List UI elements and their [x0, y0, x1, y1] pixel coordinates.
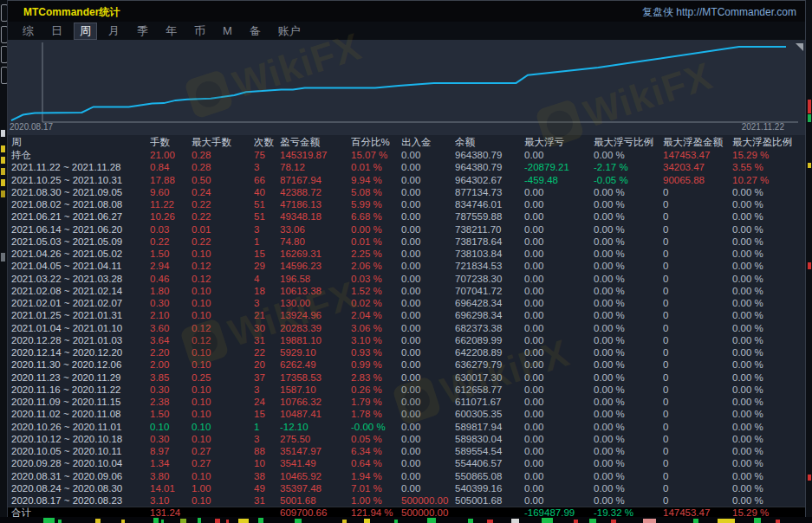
- cell: 0.00: [401, 309, 455, 321]
- cell: 0.00 %: [732, 358, 805, 371]
- table-row[interactable]: 2021.02.08 ~ 2021.02.141.800.101810613.3…: [8, 285, 805, 297]
- column-header: 次数: [254, 135, 280, 149]
- table-row[interactable]: 2020.11.16 ~ 2020.11.220.300.1031587.100…: [8, 384, 805, 396]
- table-row[interactable]: 持仓21.000.2875145319.8715.07 %0.00964380.…: [8, 149, 805, 161]
- table-row[interactable]: 2020.11.02 ~ 2020.11.081.500.101510487.4…: [8, 408, 805, 420]
- background-candle-mark: [611, 520, 616, 523]
- cell: 121.94 %: [351, 507, 401, 517]
- cell: 74.80: [280, 236, 351, 248]
- table-row[interactable]: 2021.11.22 ~ 2021.11.280.840.28378.120.0…: [8, 161, 805, 173]
- cell: 88: [254, 445, 280, 457]
- table-row[interactable]: 2020.12.14 ~ 2020.12.202.200.10225929.10…: [8, 346, 805, 358]
- menu-item-月[interactable]: 月: [102, 23, 126, 40]
- cell: 0.00 %: [732, 421, 805, 433]
- table-row[interactable]: 2020.10.26 ~ 2020.11.010.100.101-12.10-0…: [8, 421, 805, 433]
- cell: 130.00: [280, 297, 351, 309]
- cell: 0.50: [192, 174, 254, 186]
- cell: 0.00 %: [594, 273, 663, 285]
- menu-item-综[interactable]: 综: [16, 23, 40, 40]
- cell: 0.00 %: [732, 248, 805, 260]
- background-candle-mark: [95, 519, 101, 523]
- cell: 589554.54: [455, 445, 524, 457]
- table-row[interactable]: 2020.10.05 ~ 2020.10.118.970.278835147.9…: [8, 445, 805, 457]
- table-row[interactable]: 2020.10.12 ~ 2020.10.180.300.103275.500.…: [8, 433, 805, 445]
- cell: 0.22: [192, 198, 254, 210]
- table-row[interactable]: 2021.06.14 ~ 2021.06.200.030.01333.060.0…: [8, 223, 805, 236]
- cell: 1: [254, 421, 280, 433]
- table-row[interactable]: 2021.04.26 ~ 2021.05.021.500.101516269.3…: [8, 248, 805, 260]
- cell: 2020.10.12 ~ 2020.10.18: [11, 433, 150, 445]
- cell: 31: [254, 494, 280, 507]
- menu-item-备[interactable]: 备: [244, 23, 267, 40]
- cell: 10766.32: [280, 396, 351, 408]
- cell: 3.06 %: [351, 322, 401, 334]
- table-row[interactable]: 2020.08.31 ~ 2020.09.063.800.103810465.9…: [8, 470, 805, 482]
- background-candle-mark: [215, 519, 220, 523]
- menu-item-M[interactable]: M: [217, 23, 238, 38]
- table-row[interactable]: 2020.11.30 ~ 2020.12.062.000.10206262.49…: [8, 358, 805, 371]
- table-row[interactable]: 2021.05.03 ~ 2021.05.090.220.22174.800.0…: [8, 236, 805, 248]
- table-row[interactable]: 2021.06.21 ~ 2021.06.2710.260.225149348.…: [8, 210, 805, 223]
- cell: 0: [663, 186, 732, 198]
- table-row[interactable]: 2021.01.04 ~ 2021.01.103.600.123020283.3…: [8, 322, 805, 334]
- cell: 15.07 %: [351, 149, 401, 161]
- cell: 0.00 %: [594, 384, 663, 396]
- cell: 0.00 %: [732, 433, 805, 445]
- cell: 0.00: [401, 396, 455, 408]
- cell: 10.26: [150, 210, 192, 223]
- menu-item-周[interactable]: 周: [74, 23, 97, 40]
- cell: 0.00: [524, 371, 594, 384]
- brand-link[interactable]: 复盘侠 http://MTCommander.com: [642, 5, 796, 20]
- background-candle-mark: [342, 520, 347, 523]
- background-candle-mark: [295, 519, 302, 523]
- cell: 0.00 %: [732, 297, 805, 309]
- background-mark: [1, 145, 5, 152]
- table-row[interactable]: 2020.12.28 ~ 2021.01.033.640.123119881.1…: [8, 334, 805, 346]
- table-row[interactable]: 2020.08.24 ~ 2020.08.3014.011.004935397.…: [8, 482, 805, 494]
- cell: 6.34 %: [351, 445, 401, 457]
- cell: 0.22: [150, 236, 192, 248]
- resize-grip-icon[interactable]: [796, 43, 803, 51]
- table-row[interactable]: 2021.08.02 ~ 2021.08.0811.220.225147186.…: [8, 198, 805, 210]
- cell: 0: [663, 248, 732, 260]
- table-row[interactable]: 2020.08.17 ~ 2020.08.233.100.10315001.68…: [8, 494, 805, 507]
- window-title: MTCommander统计: [23, 5, 120, 20]
- cell: 0.00: [524, 457, 594, 469]
- background-mark: [808, 475, 811, 481]
- menu-item-账户[interactable]: 账户: [272, 23, 307, 40]
- table-row[interactable]: 2020.11.09 ~ 2020.11.152.380.102410766.3…: [8, 396, 805, 408]
- table-row[interactable]: 2021.03.22 ~ 2021.03.280.460.124196.580.…: [8, 273, 805, 285]
- cell: 3: [254, 384, 280, 396]
- column-header: 最大浮盈金额: [663, 135, 732, 149]
- cell: 787559.88: [455, 210, 524, 223]
- cell: 0.00 %: [594, 223, 663, 236]
- column-header: 最大手数: [192, 135, 254, 149]
- table-row[interactable]: 2021.08.30 ~ 2021.09.059.600.244042388.7…: [8, 186, 805, 198]
- background-window-bottom-sliver: [0, 517, 812, 523]
- cell: 0.00: [401, 210, 455, 223]
- cell: 721834.53: [455, 260, 524, 272]
- cell: 964380.79: [455, 161, 524, 173]
- table-row[interactable]: 2021.02.01 ~ 2021.02.070.300.103130.000.…: [8, 297, 805, 309]
- cell: 0.10: [192, 396, 254, 408]
- cell: [254, 507, 280, 517]
- cell: -0.00 %: [351, 421, 401, 433]
- cell: 3: [254, 297, 280, 309]
- cell: 612658.77: [455, 384, 524, 396]
- menu-item-日[interactable]: 日: [45, 23, 68, 40]
- menu-item-季[interactable]: 季: [131, 23, 154, 40]
- table-row[interactable]: 2021.10.25 ~ 2021.10.3117.880.506687167.…: [8, 174, 805, 186]
- table-row[interactable]: 2020.11.23 ~ 2020.11.293.850.253717358.5…: [8, 371, 805, 384]
- menu-item-币[interactable]: 币: [188, 23, 211, 40]
- table-row[interactable]: 2021.01.25 ~ 2021.01.312.100.102113924.9…: [8, 309, 805, 321]
- menu-item-年[interactable]: 年: [159, 23, 183, 40]
- cell: 0: [663, 346, 732, 358]
- equity-curve: [11, 47, 786, 120]
- table-row[interactable]: 2021.04.05 ~ 2021.04.112.940.122914596.2…: [8, 260, 805, 272]
- table-row[interactable]: 2020.09.28 ~ 2020.10.041.340.27103541.49…: [8, 457, 805, 469]
- cell: 7.01 %: [351, 482, 401, 494]
- table-header: 周手数最大手数次数盈亏金额百分比%出入金余额最大浮亏最大浮亏比例最大浮盈金额最大…: [8, 135, 805, 149]
- cell: 2020.11.30 ~ 2020.12.06: [11, 358, 150, 371]
- cell: 0: [663, 297, 732, 309]
- cell: 0: [663, 309, 732, 321]
